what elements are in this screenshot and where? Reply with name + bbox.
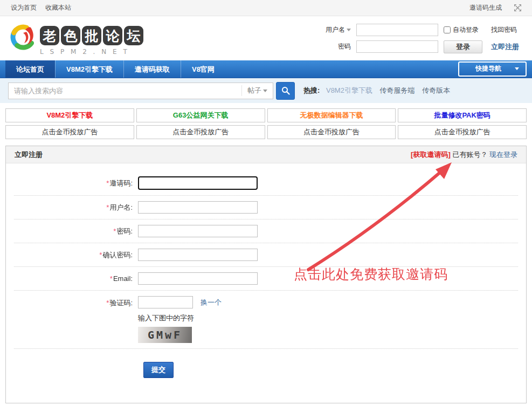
have-account-text: 已有账号？ bbox=[452, 150, 487, 159]
svg-text:论: 论 bbox=[106, 28, 120, 44]
reg-password-input[interactable] bbox=[138, 225, 258, 237]
required-mark: * bbox=[110, 274, 113, 283]
ad-placeholder[interactable]: 点击金币投放广告 bbox=[398, 125, 527, 139]
page-title: 立即注册 bbox=[15, 150, 43, 160]
change-captcha-link[interactable]: 换一个 bbox=[201, 298, 222, 307]
auto-login-checkbox[interactable] bbox=[444, 26, 451, 33]
confirm-password-label: 确认密码: bbox=[102, 251, 133, 259]
hot-search-link[interactable]: V8M2引擎下载 bbox=[326, 86, 372, 94]
nav-tab-forum-home[interactable]: 论坛首页 bbox=[5, 60, 55, 78]
password-label: 密码 bbox=[323, 42, 351, 51]
reg-username-label: 用户名: bbox=[109, 203, 133, 211]
hot-search-label: 热搜: bbox=[303, 86, 320, 94]
chevron-down-icon bbox=[263, 90, 267, 92]
login-button[interactable]: 登录 bbox=[444, 40, 482, 53]
nav-tab-v8m2-download[interactable]: V8M2引擎下载 bbox=[55, 60, 123, 78]
ad-link-pak-password[interactable]: 批量修改PAK密码 bbox=[398, 108, 527, 122]
svg-text:色: 色 bbox=[64, 28, 78, 44]
hot-search: 热搜: V8M2引擎下载 传奇服务端 传奇版本 bbox=[303, 86, 455, 95]
ad-placeholder[interactable]: 点击金币投放广告 bbox=[5, 125, 134, 139]
password-row: *密码: bbox=[14, 219, 518, 243]
svg-text:坛: 坛 bbox=[126, 28, 141, 44]
quick-nav-button[interactable]: 快捷导航 bbox=[458, 61, 527, 77]
captcha-hint: 输入下图中的字符 bbox=[138, 313, 222, 323]
password-input[interactable] bbox=[356, 40, 438, 53]
captcha-image[interactable]: GMwF bbox=[138, 327, 192, 343]
site-header: 老 色 批 论 坛 L S P M 2 . N E T 用户名 自动登录 找回密… bbox=[0, 16, 532, 60]
chevron-down-icon[interactable] bbox=[347, 29, 351, 31]
submit-button[interactable]: 提交 bbox=[143, 362, 174, 378]
ad-placeholder[interactable]: 点击金币投放广告 bbox=[136, 125, 265, 139]
required-mark: * bbox=[113, 227, 116, 235]
register-form: *邀请码: *用户名: *密码: *确认密码: *Email: *验证码: 换一… bbox=[6, 163, 526, 403]
username-label: 用户名 bbox=[323, 25, 351, 35]
nav-tab-invite-code[interactable]: 邀请码获取 bbox=[123, 60, 181, 78]
submit-row: 提交 bbox=[14, 349, 518, 383]
captcha-row: *验证码: 换一个 输入下图中的字符 GMwF bbox=[14, 291, 518, 349]
invite-code-row: *邀请码: bbox=[14, 171, 518, 196]
confirm-password-row: *确认密码: bbox=[14, 243, 518, 267]
username-input[interactable] bbox=[356, 24, 438, 36]
header-login-form: 用户名 自动登录 找回密码 密码 登录 立即注册 bbox=[323, 24, 526, 53]
main-nav: 论坛首页 V8M2引擎下载 邀请码获取 V8官网 快捷导航 bbox=[0, 60, 532, 78]
email-row: *Email: bbox=[14, 267, 518, 291]
search-input[interactable] bbox=[9, 83, 241, 99]
set-homepage-link[interactable]: 设为首页 bbox=[11, 3, 37, 12]
reg-password-label: 密码: bbox=[116, 227, 133, 235]
top-utility-bar: 设为首页 收藏本站 邀请码生成 bbox=[0, 0, 532, 16]
register-now-link[interactable]: 立即注册 bbox=[491, 42, 524, 52]
ad-link-v8m2-download[interactable]: V8M2引擎下载 bbox=[5, 108, 134, 122]
svg-text:L S P M 2 . N E T: L S P M 2 . N E T bbox=[40, 48, 129, 56]
ad-link-g63-gateway[interactable]: G63公益网关下载 bbox=[136, 108, 265, 122]
search-button[interactable] bbox=[276, 82, 295, 100]
captcha-input[interactable] bbox=[138, 296, 193, 308]
confirm-password-input[interactable] bbox=[138, 249, 258, 261]
invite-generator-link[interactable]: 邀请码生成 bbox=[469, 3, 502, 12]
search-scope-select[interactable]: 帖子 bbox=[241, 85, 273, 96]
ad-grid: V8M2引擎下载 G63公益网关下载 无极数据编辑器下载 批量修改PAK密码 点… bbox=[5, 108, 527, 139]
required-mark: * bbox=[106, 179, 109, 187]
hot-search-link[interactable]: 传奇服务端 bbox=[380, 86, 415, 94]
invite-code-label: 邀请码: bbox=[109, 179, 133, 187]
svg-text:老: 老 bbox=[43, 28, 57, 44]
email-label: Email: bbox=[113, 274, 133, 283]
bookmark-site-link[interactable]: 收藏本站 bbox=[45, 3, 71, 12]
required-mark: * bbox=[99, 251, 102, 259]
captcha-label: 验证码: bbox=[109, 299, 133, 307]
ad-placeholder[interactable]: 点击金币投放广告 bbox=[267, 125, 396, 139]
invite-code-input[interactable] bbox=[138, 176, 258, 190]
phoenix-logo-icon: 老 色 批 论 坛 L S P M 2 . N E T bbox=[6, 20, 146, 56]
chevron-down-icon bbox=[515, 67, 519, 70]
login-now-link[interactable]: 现在登录 bbox=[489, 150, 517, 159]
nav-tab-v8-official[interactable]: V8官网 bbox=[181, 60, 225, 78]
email-input[interactable] bbox=[138, 272, 258, 285]
register-panel: 立即注册 [获取邀请码] 已有账号？ 现在登录 *邀请码: *用户名: *密码:… bbox=[5, 146, 527, 403]
search-icon bbox=[281, 86, 290, 95]
required-mark: * bbox=[106, 299, 109, 307]
auto-login-option[interactable]: 自动登录 bbox=[444, 25, 486, 35]
site-logo[interactable]: 老 色 批 论 坛 L S P M 2 . N E T bbox=[6, 20, 146, 56]
search-bar: 帖子 热搜: V8M2引擎下载 传奇服务端 传奇版本 bbox=[0, 78, 532, 103]
register-panel-header: 立即注册 [获取邀请码] 已有账号？ 现在登录 bbox=[6, 146, 526, 163]
hot-search-link[interactable]: 传奇版本 bbox=[422, 86, 450, 94]
find-password-link[interactable]: 找回密码 bbox=[491, 25, 524, 35]
expand-style-icon[interactable] bbox=[514, 4, 521, 11]
get-invite-code-link[interactable]: [获取邀请码] bbox=[411, 150, 451, 159]
username-row: *用户名: bbox=[14, 196, 518, 219]
required-mark: * bbox=[106, 203, 109, 211]
ad-link-wuji-editor[interactable]: 无极数据编辑器下载 bbox=[267, 108, 396, 122]
reg-username-input[interactable] bbox=[138, 201, 258, 214]
search-box: 帖子 bbox=[8, 83, 273, 99]
svg-text:批: 批 bbox=[85, 28, 99, 44]
